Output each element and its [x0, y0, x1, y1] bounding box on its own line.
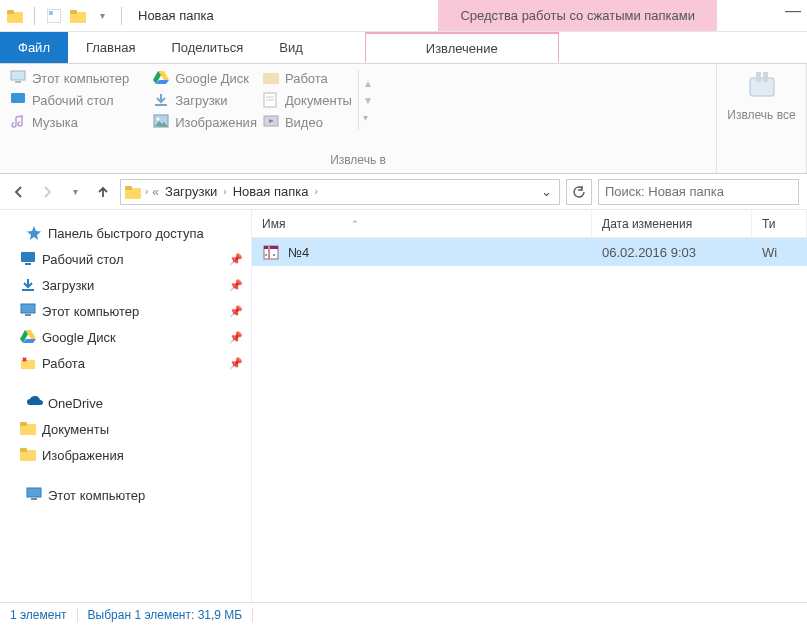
- tab-view[interactable]: Вид: [261, 32, 321, 63]
- svg-rect-21: [750, 78, 774, 96]
- column-type[interactable]: Ти: [752, 210, 807, 237]
- svg-rect-40: [31, 498, 37, 500]
- gallery-more-icon[interactable]: ▾: [363, 112, 376, 123]
- svg-rect-36: [20, 422, 27, 426]
- recent-dropdown[interactable]: ▾: [64, 181, 86, 203]
- sidebar-item-gdrive[interactable]: Google Диск 📌: [0, 324, 251, 350]
- dest-pictures[interactable]: Изображения: [153, 114, 257, 130]
- gallery-scroll[interactable]: ▲ ▼ ▾: [358, 70, 376, 130]
- folder-icon: [125, 185, 141, 199]
- refresh-button[interactable]: [566, 179, 592, 205]
- tab-share[interactable]: Поделиться: [153, 32, 261, 63]
- breadcrumb-folder[interactable]: Новая папка: [231, 184, 311, 199]
- sidebar-item-this-pc[interactable]: Этот компьютер 📌: [0, 298, 251, 324]
- sidebar-item-desktop[interactable]: Рабочий стол 📌: [0, 246, 251, 272]
- star-icon: [26, 225, 42, 241]
- pin-icon[interactable]: 📌: [229, 253, 243, 266]
- gdrive-icon: [20, 329, 36, 345]
- dest-downloads[interactable]: Загрузки: [153, 92, 257, 108]
- dest-videos[interactable]: Видео: [263, 114, 352, 130]
- dest-music[interactable]: Музыка: [10, 114, 129, 130]
- dest-gdrive[interactable]: Google Диск: [153, 70, 257, 86]
- dest-desktop[interactable]: Рабочий стол: [10, 92, 129, 108]
- pin-icon[interactable]: 📌: [229, 279, 243, 292]
- svg-rect-6: [11, 71, 25, 80]
- svg-rect-3: [49, 11, 53, 15]
- folder-icon: [20, 421, 36, 437]
- tab-home[interactable]: Главная: [68, 32, 153, 63]
- dest-this-pc[interactable]: Этот компьютер: [10, 70, 129, 86]
- svg-rect-26: [21, 252, 35, 262]
- gdrive-icon: [153, 70, 169, 86]
- search-input[interactable]: [605, 184, 792, 199]
- column-date[interactable]: Дата изменения: [592, 210, 752, 237]
- sort-indicator-icon: ⌃: [351, 219, 359, 229]
- ribbon-group-extract-to: Этот компьютер Google Диск Рабочий стол …: [0, 64, 717, 173]
- svg-rect-38: [20, 448, 27, 452]
- folder-icon: [263, 70, 279, 86]
- chevron-right-icon[interactable]: ›: [314, 186, 317, 197]
- pin-icon[interactable]: 📌: [229, 305, 243, 318]
- svg-rect-29: [21, 304, 35, 313]
- ribbon-group-label: Извлечь в: [10, 153, 706, 171]
- file-name: №4: [288, 245, 309, 260]
- svg-rect-12: [155, 104, 167, 106]
- svg-rect-11: [11, 93, 25, 103]
- extract-all-icon: [746, 70, 778, 102]
- chevron-left-icon[interactable]: «: [152, 185, 159, 199]
- sidebar-this-pc-root[interactable]: Этот компьютер: [0, 482, 251, 508]
- search-box[interactable]: [598, 179, 799, 205]
- breadcrumb-downloads[interactable]: Загрузки: [163, 184, 219, 199]
- sidebar-onedrive[interactable]: OneDrive: [0, 390, 251, 416]
- pin-icon[interactable]: 📌: [229, 331, 243, 344]
- folder-icon[interactable]: [6, 7, 24, 25]
- new-folder-icon[interactable]: [69, 7, 87, 25]
- back-button[interactable]: [8, 181, 30, 203]
- svg-rect-43: [268, 246, 270, 259]
- up-button[interactable]: [92, 181, 114, 203]
- scroll-up-icon[interactable]: ▲: [363, 78, 376, 89]
- extract-all-button[interactable]: Извлечь все: [727, 70, 797, 122]
- column-name[interactable]: Имя⌃: [252, 210, 592, 237]
- sidebar-item-documents[interactable]: Документы: [0, 416, 251, 442]
- address-bar[interactable]: › « Загрузки › Новая папка › ⌄: [120, 179, 560, 205]
- dest-documents[interactable]: Документы: [263, 92, 352, 108]
- forward-button[interactable]: [36, 181, 58, 203]
- svg-rect-22: [756, 72, 761, 82]
- sidebar-quick-access[interactable]: Панель быстрого доступа: [0, 220, 251, 246]
- svg-rect-25: [125, 186, 132, 190]
- file-row[interactable]: №4 06.02.2016 9:03 Wi: [252, 238, 807, 266]
- chevron-right-icon[interactable]: ›: [223, 186, 226, 197]
- minimize-button[interactable]: —: [785, 2, 801, 20]
- svg-rect-5: [70, 10, 77, 14]
- sidebar-item-downloads[interactable]: Загрузки 📌: [0, 272, 251, 298]
- folder-icon: [20, 447, 36, 463]
- desktop-icon: [20, 251, 36, 267]
- downloads-icon: [20, 277, 36, 293]
- svg-rect-23: [763, 72, 768, 82]
- tab-extraction[interactable]: Извлечение: [365, 32, 559, 63]
- music-icon: [10, 114, 26, 130]
- properties-icon[interactable]: [45, 7, 63, 25]
- archive-icon: [262, 243, 280, 261]
- address-dropdown-icon[interactable]: ⌄: [537, 184, 555, 199]
- ribbon-group-extract-all: Извлечь все: [717, 64, 807, 173]
- title-bar: ▾ Новая папка Средства работы со сжатыми…: [0, 0, 807, 32]
- svg-rect-28: [22, 289, 34, 291]
- navigation-pane[interactable]: Панель быстрого доступа Рабочий стол 📌 З…: [0, 210, 252, 602]
- status-selection: Выбран 1 элемент: 31,9 МБ: [78, 608, 254, 622]
- sidebar-item-work[interactable]: Работа 📌: [0, 350, 251, 376]
- tab-file[interactable]: Файл: [0, 32, 68, 63]
- pin-icon[interactable]: 📌: [229, 357, 243, 370]
- svg-rect-42: [264, 246, 278, 249]
- sidebar-item-pictures[interactable]: Изображения: [0, 442, 251, 468]
- svg-rect-15: [263, 73, 279, 84]
- quick-access-toolbar: ▾: [0, 7, 132, 25]
- chevron-right-icon[interactable]: ›: [145, 186, 148, 197]
- qat-dropdown-icon[interactable]: ▾: [93, 7, 111, 25]
- window-title: Новая папка: [138, 8, 214, 23]
- dest-work[interactable]: Работа: [263, 70, 352, 86]
- scroll-down-icon[interactable]: ▼: [363, 95, 376, 106]
- svg-rect-27: [25, 263, 31, 265]
- ribbon: Этот компьютер Google Диск Рабочий стол …: [0, 64, 807, 174]
